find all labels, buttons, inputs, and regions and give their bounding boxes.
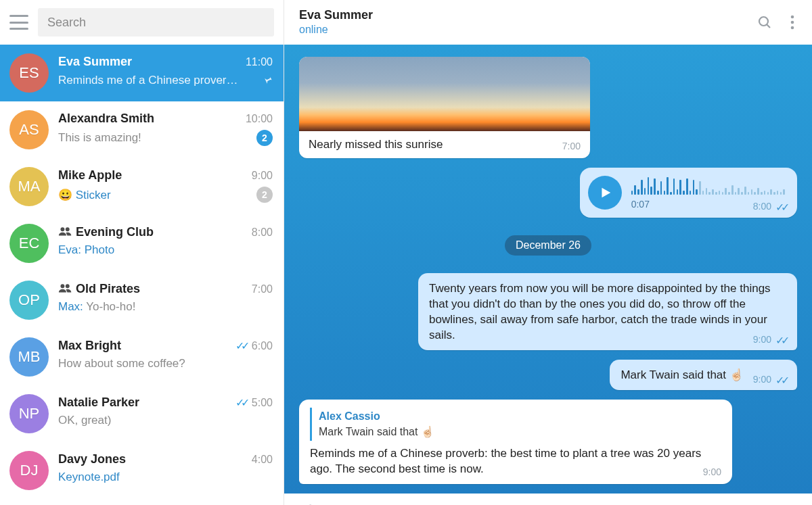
- chat-time: 10:00: [246, 113, 273, 125]
- chat-name: Mike Apple: [58, 168, 122, 183]
- chat-list: ESEva Summer11:00Reminds me of a Chinese…: [0, 45, 284, 505]
- reply-text: Mark Twain said that ☝🏻: [319, 425, 716, 439]
- chat-time: 8:00: [252, 226, 273, 239]
- chat-item[interactable]: NPNatalie Parker✓✓5:00OK, great): [0, 385, 284, 442]
- avatar: AS: [9, 110, 49, 149]
- pin-icon: [261, 73, 273, 88]
- reply-preview[interactable]: Alex Cassio Mark Twain said that ☝🏻: [310, 408, 721, 441]
- menu-button[interactable]: [9, 15, 28, 30]
- read-ticks-icon: ✓✓: [235, 339, 246, 352]
- message-out-text[interactable]: Twenty years from now you will be more d…: [418, 273, 797, 350]
- chat-name: Max Bright: [58, 339, 121, 353]
- svg-point-7: [791, 20, 794, 24]
- waveform[interactable]: [631, 176, 785, 195]
- chat-time: 9:00: [252, 170, 273, 182]
- chat-preview: OK, great): [58, 414, 273, 427]
- chat-item[interactable]: OPOld Pirates7:00Max: Yo-ho-ho!: [0, 272, 284, 329]
- message-time: 8:00✓✓: [753, 199, 786, 212]
- chat-item[interactable]: MBMax Bright✓✓6:00How about some coffee?: [0, 329, 284, 385]
- chat-time: 11:00: [246, 56, 273, 68]
- chat-preview: This is amazing!: [58, 131, 251, 145]
- chat-name: Alexandra Smith: [58, 112, 154, 126]
- sidebar: Search ESEva Summer11:00Reminds me of a …: [0, 0, 284, 505]
- photo-thumbnail[interactable]: [299, 57, 590, 131]
- read-ticks-icon: ✓✓: [775, 333, 786, 348]
- avatar: MA: [9, 167, 49, 206]
- chat-preview: Reminds me of a Chinese prover…: [58, 74, 255, 87]
- chat-preview: Max: Yo-ho-ho!: [58, 300, 273, 314]
- chat-time: 6:00: [252, 340, 273, 352]
- chat-item[interactable]: ASAlexandra Smith10:00This is amazing!2: [0, 101, 284, 158]
- avatar: DJ: [9, 451, 49, 490]
- group-icon: [58, 282, 73, 295]
- avatar: ES: [9, 53, 49, 93]
- svg-point-3: [66, 284, 70, 288]
- composer: Write a message...: [284, 494, 812, 505]
- read-ticks-icon: ✓✓: [775, 373, 786, 388]
- search-input[interactable]: Search: [38, 8, 274, 37]
- chat-preview: Eva: Photo: [58, 243, 273, 257]
- svg-point-6: [791, 15, 794, 18]
- message-out-voice[interactable]: 0:07 8:00✓✓: [580, 168, 797, 218]
- read-ticks-icon: ✓✓: [235, 396, 246, 409]
- svg-line-5: [767, 24, 770, 28]
- search-placeholder: Search: [47, 16, 86, 30]
- chat-name: Davy Jones: [58, 452, 126, 466]
- svg-point-8: [791, 26, 794, 29]
- avatar: OP: [9, 281, 49, 320]
- message-out-text[interactable]: Mark Twain said that ☝🏻 9:00✓✓: [610, 360, 797, 390]
- chat-item[interactable]: MAMike Apple9:00😀 Sticker2: [0, 158, 284, 215]
- svg-point-1: [66, 227, 70, 231]
- search-icon[interactable]: [757, 14, 773, 30]
- svg-point-2: [60, 284, 64, 288]
- chat-name: Eva Summer: [58, 55, 132, 69]
- chat-title: Eva Summer: [299, 8, 373, 22]
- message-in-reply[interactable]: Alex Cassio Mark Twain said that ☝🏻 Remi…: [299, 400, 797, 484]
- date-separator: December 26: [505, 235, 591, 256]
- chat-time: 5:00: [252, 397, 273, 409]
- chat-item[interactable]: ECEvening Club8:00Eva: Photo: [0, 215, 284, 272]
- message-time: 9:00✓✓: [753, 372, 786, 387]
- chat-name: Old Pirates: [58, 282, 140, 296]
- chat-name: Natalie Parker: [58, 395, 139, 410]
- message-in-photo[interactable]: Nearly missed this sunrise 7:00: [299, 57, 797, 158]
- chat-pane: Eva Summer online Nearly: [284, 0, 812, 505]
- unread-badge: 2: [256, 130, 273, 146]
- avatar: MB: [9, 337, 49, 377]
- more-icon[interactable]: [790, 14, 794, 30]
- chat-preview: 😀 Sticker: [58, 188, 251, 202]
- avatar: EC: [9, 224, 49, 263]
- play-button[interactable]: [588, 176, 622, 210]
- avatar: NP: [9, 394, 49, 433]
- chat-name: Evening Club: [58, 225, 154, 239]
- read-ticks-icon: ✓✓: [775, 201, 786, 214]
- svg-point-0: [60, 227, 64, 231]
- chat-item[interactable]: ESEva Summer11:00Reminds me of a Chinese…: [0, 45, 284, 101]
- message-time: 9:00: [703, 466, 721, 479]
- reply-author: Alex Cassio: [319, 409, 716, 424]
- message-time: 9:00✓✓: [753, 332, 786, 347]
- chat-time: 4:00: [252, 454, 273, 466]
- chat-item[interactable]: DJDavy Jones4:00Keynote.pdf: [0, 442, 284, 499]
- unread-badge: 2: [256, 187, 273, 203]
- chat-preview: How about some coffee?: [58, 357, 273, 370]
- group-icon: [58, 225, 73, 239]
- messages-area[interactable]: Nearly missed this sunrise 7:00 0:07: [284, 45, 812, 494]
- photo-caption: Nearly missed this sunrise: [309, 138, 443, 151]
- chat-preview: Keynote.pdf: [58, 471, 273, 484]
- chat-time: 7:00: [252, 283, 273, 295]
- svg-point-4: [759, 17, 768, 26]
- chat-status: online: [299, 24, 373, 36]
- message-time: 7:00: [562, 141, 581, 151]
- chat-header: Eva Summer online: [284, 0, 812, 45]
